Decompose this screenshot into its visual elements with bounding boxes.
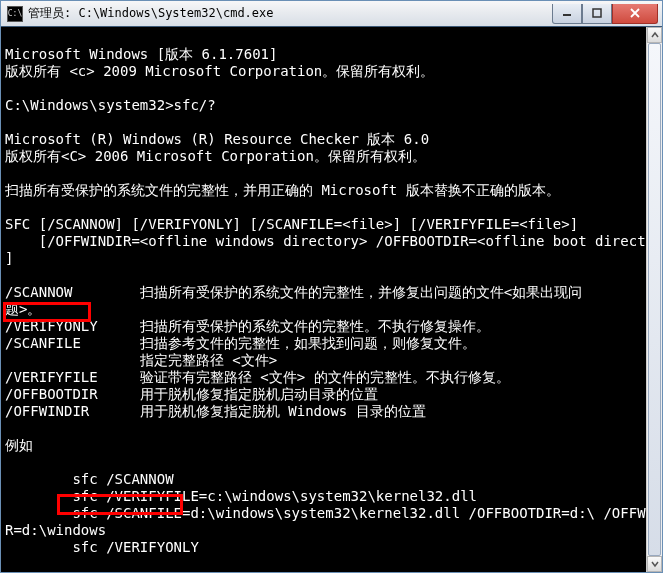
console-area[interactable]: Microsoft Windows [版本 6.1.7601] 版权所有 <c>… xyxy=(1,27,662,572)
titlebar[interactable]: C:\ 管理员: C:\Windows\System32\cmd.exe xyxy=(1,1,662,27)
console-line: 版权所有 <c> 2009 Microsoft Corporation。保留所有… xyxy=(5,63,434,79)
cmd-icon: C:\ xyxy=(7,6,23,22)
console-line: 扫描所有受保护的系统文件的完整性，并用正确的 Microsoft 版本替换不正确… xyxy=(5,182,560,198)
chevron-up-icon xyxy=(651,31,659,39)
vertical-scrollbar[interactable] xyxy=(646,27,662,572)
console-line: Microsoft (R) Windows (R) Resource Check… xyxy=(5,131,429,147)
console-line: /SCANNOW 扫描所有受保护的系统文件的完整性，并修复出问题的文件<如果出现… xyxy=(5,284,582,300)
console-line: 版权所有<C> 2006 Microsoft Corporation。保留所有权… xyxy=(5,148,426,164)
console-line: sfc /SCANNOW xyxy=(5,471,174,487)
console-line: C:\Windows\system32>sfc/? xyxy=(5,97,216,113)
minimize-button[interactable] xyxy=(552,4,582,24)
console-line: /SCANFILE 扫描参考文件的完整性，如果找到问题，则修复文件。 xyxy=(5,335,476,351)
scroll-down-button[interactable] xyxy=(647,556,662,572)
console-line: /VERIFYFILE 验证带有完整路径 <文件> 的文件的完整性。不执行修复。 xyxy=(5,369,510,385)
console-line: sfc /SCANFILE=d:\windows\system32\kernel… xyxy=(5,505,662,521)
console-line: /VERIFYONLY 扫描所有受保护的系统文件的完整性。不执行修复操作。 xyxy=(5,318,490,334)
console-line: SFC [/SCANNOW] [/VERIFYONLY] [/SCANFILE=… xyxy=(5,216,578,232)
close-button[interactable] xyxy=(612,4,658,24)
console-line: Microsoft Windows [版本 6.1.7601] xyxy=(5,46,277,62)
console-line: /OFFWINDIR 用于脱机修复指定脱机 Windows 目录的位置 xyxy=(5,403,426,419)
cmd-window: C:\ 管理员: C:\Windows\System32\cmd.exe Mic… xyxy=(0,0,663,573)
window-title: 管理员: C:\Windows\System32\cmd.exe xyxy=(28,5,552,22)
console-line: 题>。 xyxy=(5,301,41,317)
close-icon xyxy=(629,8,641,18)
scroll-thumb[interactable] xyxy=(648,43,661,556)
console-line: sfc /VERIFYFILE=c:\windows\system32\kern… xyxy=(5,488,477,504)
scroll-track[interactable] xyxy=(647,43,662,556)
console-line: R=d:\windows xyxy=(5,522,106,538)
console-line: /OFFBOOTDIR 用于脱机修复指定脱机启动目录的位置 xyxy=(5,386,378,402)
maximize-icon xyxy=(592,8,602,18)
scroll-up-button[interactable] xyxy=(647,27,662,43)
console-line: [/OFFWINDIR=<offline windows directory> … xyxy=(5,233,662,249)
console-line: 指定完整路径 <文件> xyxy=(5,352,277,368)
console-line: sfc /VERIFYONLY xyxy=(5,539,199,555)
svg-rect-1 xyxy=(593,9,601,17)
console-line: ] xyxy=(5,250,13,266)
svg-rect-0 xyxy=(563,14,571,16)
maximize-button[interactable] xyxy=(582,4,612,24)
window-buttons xyxy=(552,4,658,24)
console-line: 例如 xyxy=(5,437,33,453)
minimize-icon xyxy=(562,8,572,18)
chevron-down-icon xyxy=(651,560,659,568)
